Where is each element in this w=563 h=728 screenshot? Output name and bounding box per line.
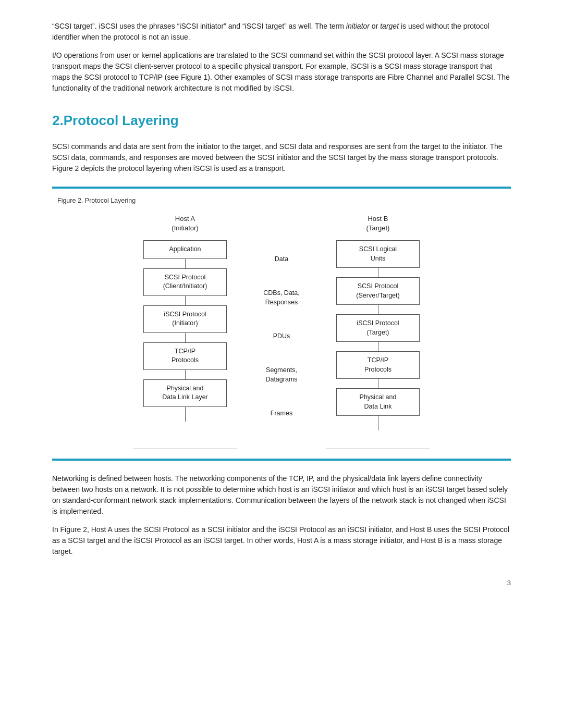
box-application: Application [143,240,227,259]
host-b-column: Host B (Target) SCSI LogicalUnits SCSI P… [326,214,430,430]
bracket-right [326,449,482,449]
box-iscsi-target: iSCSI Protocol(Target) [336,314,420,342]
section-number: 2. [52,113,64,128]
mid-label-data: Data [275,240,288,279]
box-tcpip-right: TCP/IPProtocols [336,351,420,379]
bracket-container [52,449,511,449]
mid-label-segments: Segments,Datagrams [265,356,297,394]
box-scsi-logical: SCSI LogicalUnits [336,240,420,268]
mid-label-pdus: PDUs [273,317,290,356]
mid-label-frames: Frames [271,394,292,433]
box-iscsi-initiator: iSCSI Protocol(Initiator) [143,305,227,333]
bottom-para-1: Networking is defined between hosts. The… [52,473,511,517]
figure-container: Figure 2. Protocol Layering Host A (Init… [52,187,511,461]
host-a-column: Host A (Initiator) Application SCSI Prot… [133,214,237,422]
box-physical-right: Physical andData Link [336,388,420,416]
intro-para-1: “SCSI target”. iSCSI uses the phrases “i… [52,21,511,43]
host-b-label: Host B (Target) [366,214,390,233]
box-tcpip-left: TCP/IPProtocols [143,342,227,370]
diagram-wrapper: Host A (Initiator) Application SCSI Prot… [52,214,511,449]
section-title: Protocol Layering [64,113,179,128]
middle-column: Data CDBs, Data,Responses PDUs Segments,… [237,214,326,433]
box-scsi-client: SCSI Protocol(Client/Initiator) [143,268,227,296]
body-para-1: SCSI commands and data are sent from the… [52,141,511,174]
host-a-label: Host A (Initiator) [172,214,198,233]
bottom-para-2: In Figure 2, Host A uses the SCSI Protoc… [52,524,511,557]
section-heading: 2.Protocol Layering [52,110,511,131]
figure-caption: Figure 2. Protocol Layering [57,196,511,206]
bracket-left [81,449,237,449]
box-physical-left: Physical andData Link Layer [143,379,227,407]
page-number: 3 [52,578,511,588]
intro-para-2: I/O operations from user or kernel appli… [52,50,511,94]
mid-label-cdbs: CDBs, Data,Responses [263,279,299,317]
box-scsi-server: SCSI Protocol(Server/Target) [336,277,420,305]
